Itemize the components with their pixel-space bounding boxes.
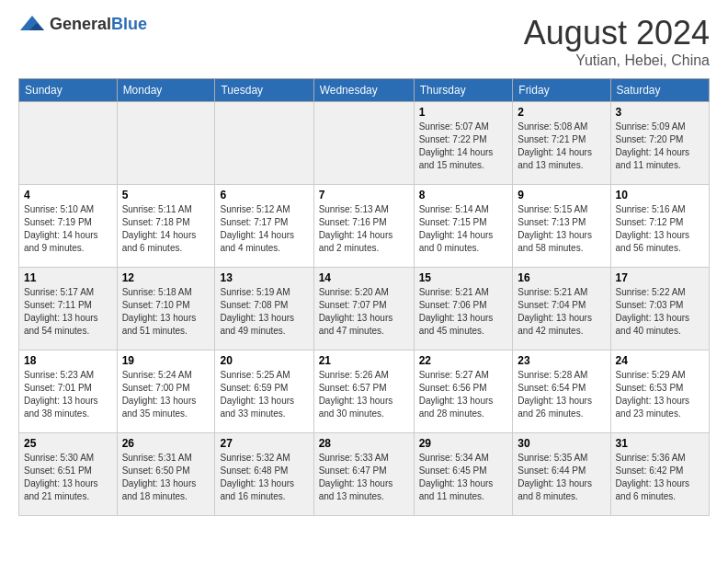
day-number: 7 [319,189,409,201]
col-sunday: Sunday [19,79,118,102]
day-info: Sunrise: 5:13 AM Sunset: 7:16 PM Dayligh… [319,203,409,255]
calendar-table: Sunday Monday Tuesday Wednesday Thursday… [18,78,710,516]
day-info: Sunrise: 5:08 AM Sunset: 7:21 PM Dayligh… [518,121,605,172]
day-number: 13 [220,271,308,284]
day-number: 19 [122,354,210,367]
table-cell: 30Sunrise: 5:35 AM Sunset: 6:44 PM Dayli… [513,433,610,516]
table-cell [117,102,215,185]
day-info: Sunrise: 5:30 AM Sunset: 6:51 PM Dayligh… [24,452,112,503]
title-block: August 2024 Yutian, Hebei, China [524,14,710,69]
table-cell: 12Sunrise: 5:18 AM Sunset: 7:10 PM Dayli… [117,268,215,350]
table-cell: 7Sunrise: 5:13 AM Sunset: 7:16 PM Daylig… [313,185,414,268]
day-number: 17 [616,271,704,284]
day-info: Sunrise: 5:26 AM Sunset: 6:57 PM Dayligh… [319,369,409,420]
day-number: 3 [616,106,704,119]
day-number: 30 [518,437,605,450]
day-info: Sunrise: 5:24 AM Sunset: 7:00 PM Dayligh… [122,369,210,420]
col-friday: Friday [513,79,610,102]
logo-icon [18,14,46,34]
day-info: Sunrise: 5:21 AM Sunset: 7:06 PM Dayligh… [419,286,508,338]
day-number: 24 [616,354,704,367]
table-cell: 26Sunrise: 5:31 AM Sunset: 6:50 PM Dayli… [117,433,215,516]
day-info: Sunrise: 5:31 AM Sunset: 6:50 PM Dayligh… [122,452,210,503]
header-row: Sunday Monday Tuesday Wednesday Thursday… [19,79,710,102]
day-number: 25 [24,437,112,450]
day-number: 15 [419,271,508,284]
table-cell: 29Sunrise: 5:34 AM Sunset: 6:45 PM Dayli… [414,433,513,516]
table-cell: 18Sunrise: 5:23 AM Sunset: 7:01 PM Dayli… [19,350,118,433]
table-cell: 16Sunrise: 5:21 AM Sunset: 7:04 PM Dayli… [513,268,610,350]
logo: GeneralBlue [18,14,147,34]
table-cell: 13Sunrise: 5:19 AM Sunset: 7:08 PM Dayli… [215,268,313,350]
table-cell: 3Sunrise: 5:09 AM Sunset: 7:20 PM Daylig… [610,102,709,185]
day-info: Sunrise: 5:16 AM Sunset: 7:12 PM Dayligh… [616,203,704,255]
table-cell: 11Sunrise: 5:17 AM Sunset: 7:11 PM Dayli… [19,268,118,350]
week-row-2: 4Sunrise: 5:10 AM Sunset: 7:19 PM Daylig… [19,185,710,268]
day-info: Sunrise: 5:09 AM Sunset: 7:20 PM Dayligh… [616,121,704,172]
day-info: Sunrise: 5:20 AM Sunset: 7:07 PM Dayligh… [319,286,409,338]
logo-general: General [50,15,111,33]
day-number: 14 [319,271,409,284]
location: Yutian, Hebei, China [524,52,710,69]
table-cell: 8Sunrise: 5:14 AM Sunset: 7:15 PM Daylig… [414,185,513,268]
day-number: 6 [220,189,308,201]
day-info: Sunrise: 5:34 AM Sunset: 6:45 PM Dayligh… [419,452,508,503]
day-number: 26 [122,437,210,450]
day-info: Sunrise: 5:35 AM Sunset: 6:44 PM Dayligh… [518,452,605,503]
table-cell: 25Sunrise: 5:30 AM Sunset: 6:51 PM Dayli… [19,433,118,516]
day-info: Sunrise: 5:12 AM Sunset: 7:17 PM Dayligh… [220,203,308,255]
day-number: 5 [122,189,210,201]
col-monday: Monday [117,79,215,102]
table-cell: 2Sunrise: 5:08 AM Sunset: 7:21 PM Daylig… [513,102,610,185]
page: GeneralBlue August 2024 Yutian, Hebei, C… [0,0,728,530]
day-info: Sunrise: 5:25 AM Sunset: 6:59 PM Dayligh… [220,369,308,420]
table-cell: 24Sunrise: 5:29 AM Sunset: 6:53 PM Dayli… [610,350,709,433]
day-number: 9 [518,189,605,201]
day-number: 29 [419,437,508,450]
table-cell: 9Sunrise: 5:15 AM Sunset: 7:13 PM Daylig… [513,185,610,268]
day-info: Sunrise: 5:27 AM Sunset: 6:56 PM Dayligh… [419,369,508,420]
day-number: 22 [419,354,508,367]
table-cell: 10Sunrise: 5:16 AM Sunset: 7:12 PM Dayli… [610,185,709,268]
day-info: Sunrise: 5:23 AM Sunset: 7:01 PM Dayligh… [24,369,112,420]
day-info: Sunrise: 5:11 AM Sunset: 7:18 PM Dayligh… [122,203,210,255]
day-info: Sunrise: 5:17 AM Sunset: 7:11 PM Dayligh… [24,286,112,338]
day-number: 27 [220,437,308,450]
table-cell: 6Sunrise: 5:12 AM Sunset: 7:17 PM Daylig… [215,185,313,268]
day-info: Sunrise: 5:15 AM Sunset: 7:13 PM Dayligh… [518,203,605,255]
week-row-4: 18Sunrise: 5:23 AM Sunset: 7:01 PM Dayli… [19,350,710,433]
week-row-3: 11Sunrise: 5:17 AM Sunset: 7:11 PM Dayli… [19,268,710,350]
table-cell: 19Sunrise: 5:24 AM Sunset: 7:00 PM Dayli… [117,350,215,433]
day-number: 10 [616,189,704,201]
col-tuesday: Tuesday [215,79,313,102]
table-cell: 1Sunrise: 5:07 AM Sunset: 7:22 PM Daylig… [414,102,513,185]
week-row-5: 25Sunrise: 5:30 AM Sunset: 6:51 PM Dayli… [19,433,710,516]
day-info: Sunrise: 5:28 AM Sunset: 6:54 PM Dayligh… [518,369,605,420]
day-number: 11 [24,271,112,284]
table-cell: 15Sunrise: 5:21 AM Sunset: 7:06 PM Dayli… [414,268,513,350]
day-info: Sunrise: 5:21 AM Sunset: 7:04 PM Dayligh… [518,286,605,338]
table-cell: 28Sunrise: 5:33 AM Sunset: 6:47 PM Dayli… [313,433,414,516]
week-row-1: 1Sunrise: 5:07 AM Sunset: 7:22 PM Daylig… [19,102,710,185]
day-info: Sunrise: 5:18 AM Sunset: 7:10 PM Dayligh… [122,286,210,338]
table-cell: 17Sunrise: 5:22 AM Sunset: 7:03 PM Dayli… [610,268,709,350]
day-info: Sunrise: 5:10 AM Sunset: 7:19 PM Dayligh… [24,203,112,255]
col-wednesday: Wednesday [313,79,414,102]
day-info: Sunrise: 5:33 AM Sunset: 6:47 PM Dayligh… [319,452,409,503]
day-info: Sunrise: 5:07 AM Sunset: 7:22 PM Dayligh… [419,121,508,172]
month-year: August 2024 [524,14,710,52]
day-info: Sunrise: 5:29 AM Sunset: 6:53 PM Dayligh… [616,369,704,420]
table-cell: 27Sunrise: 5:32 AM Sunset: 6:48 PM Dayli… [215,433,313,516]
header: GeneralBlue August 2024 Yutian, Hebei, C… [18,14,710,69]
table-cell: 4Sunrise: 5:10 AM Sunset: 7:19 PM Daylig… [19,185,118,268]
day-number: 28 [319,437,409,450]
day-number: 23 [518,354,605,367]
table-cell: 23Sunrise: 5:28 AM Sunset: 6:54 PM Dayli… [513,350,610,433]
day-info: Sunrise: 5:22 AM Sunset: 7:03 PM Dayligh… [616,286,704,338]
table-cell: 31Sunrise: 5:36 AM Sunset: 6:42 PM Dayli… [610,433,709,516]
table-cell: 22Sunrise: 5:27 AM Sunset: 6:56 PM Dayli… [414,350,513,433]
day-number: 12 [122,271,210,284]
table-cell: 5Sunrise: 5:11 AM Sunset: 7:18 PM Daylig… [117,185,215,268]
table-cell: 14Sunrise: 5:20 AM Sunset: 7:07 PM Dayli… [313,268,414,350]
day-number: 16 [518,271,605,284]
